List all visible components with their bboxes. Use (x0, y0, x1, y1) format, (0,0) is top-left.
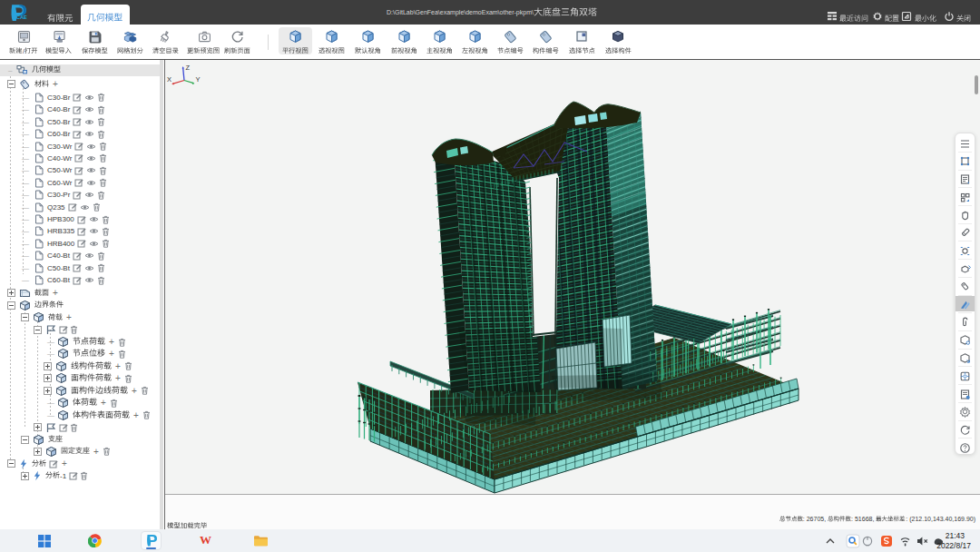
svg-text:X: X (167, 75, 172, 84)
svg-text:Z: Z (186, 64, 191, 72)
svg-text:Y: Y (196, 75, 201, 84)
